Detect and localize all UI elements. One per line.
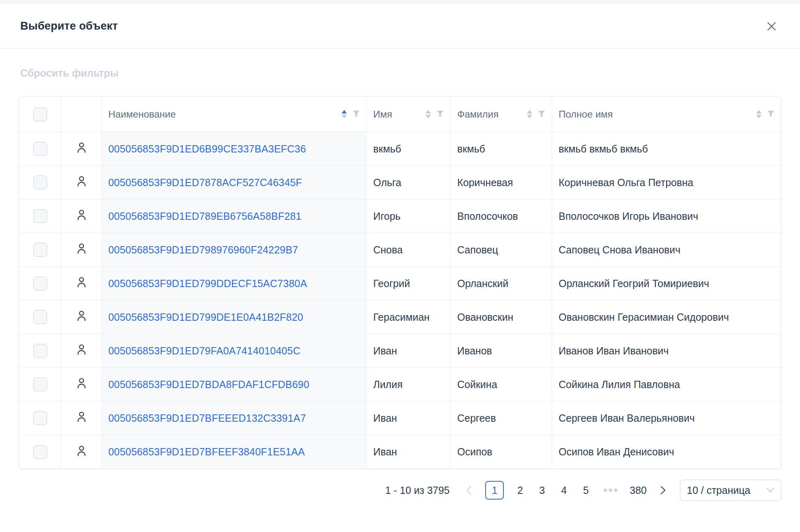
row-id-cell: 005056853F9D1ED798976960F24229B7	[102, 233, 367, 267]
page-button-last[interactable]: 380	[630, 485, 647, 496]
row-checkbox-cell	[19, 166, 61, 200]
background-divider	[144, 0, 144, 4]
person-icon	[75, 444, 88, 457]
row-checkbox[interactable]	[33, 378, 47, 391]
table-row: 005056853F9D1ED79FA0A7414010405CИванИван…	[19, 334, 781, 368]
person-icon	[75, 242, 88, 255]
row-checkbox[interactable]	[33, 310, 47, 324]
row-first-name-cell: Геогрий	[367, 267, 451, 300]
first-name-text: Иван	[373, 345, 397, 356]
table-row: 005056853F9D1ED798976960F24229B7СноваСап…	[19, 233, 781, 267]
row-id-cell: 005056853F9D1ED79FA0A7414010405C	[102, 334, 367, 368]
first-name-text: Лилия	[373, 379, 402, 390]
row-icon-cell	[61, 200, 102, 233]
background-page-strip	[0, 0, 800, 4]
object-id-link[interactable]: 005056853F9D1ED7BDA8FDAF1CFDB690	[108, 379, 310, 390]
prev-page-button[interactable]	[462, 481, 475, 500]
person-icon	[75, 208, 88, 221]
row-icon-cell	[61, 334, 102, 368]
last-name-text: Сойкина	[457, 379, 497, 390]
sort-asc-icon	[342, 110, 347, 114]
row-first-name-cell: Лилия	[367, 368, 451, 401]
row-checkbox-cell	[19, 300, 61, 334]
row-full-name-cell: Орланский Геогрий Томириевич	[552, 267, 781, 300]
person-icon	[75, 410, 88, 423]
full-name-text: Орланский Геогрий Томириевич	[559, 278, 709, 289]
object-id-link[interactable]: 005056853F9D1ED798976960F24229B7	[108, 244, 298, 255]
last-name-text: Иванов	[457, 345, 492, 356]
full-name-text: Вполосочков Игорь Иванович	[559, 210, 698, 222]
modal-header: Выберите объект	[0, 4, 800, 49]
row-checkbox[interactable]	[33, 176, 47, 189]
row-id-cell: 005056853F9D1ED799DDECF15AC7380A	[102, 267, 367, 300]
row-first-name-cell: Иван	[367, 435, 451, 469]
row-last-name-cell: Сергеев	[451, 401, 552, 435]
object-id-link[interactable]: 005056853F9D1ED7878ACF527C46345F	[108, 177, 302, 188]
row-full-name-cell: Коричневая Ольга Петровна	[552, 166, 781, 200]
row-icon-cell	[61, 233, 102, 267]
page-button-3[interactable]: 3	[536, 485, 548, 496]
close-button[interactable]	[763, 18, 780, 34]
row-first-name-cell: Иван	[367, 401, 451, 435]
header-checkbox-cell	[19, 97, 61, 132]
row-last-name-cell: вкмьб	[451, 132, 552, 166]
sort-control-last-name[interactable]	[527, 110, 532, 118]
row-checkbox[interactable]	[33, 243, 47, 257]
column-label-name: Наименование	[108, 109, 176, 120]
row-checkbox-cell	[19, 368, 61, 401]
row-last-name-cell: Саповец	[451, 233, 552, 267]
row-full-name-cell: Овановскин Герасимиан Сидорович	[552, 300, 781, 334]
object-id-link[interactable]: 005056853F9D1ED7BFEEF3840F1E51AA	[108, 446, 305, 457]
row-checkbox[interactable]	[33, 142, 47, 156]
table-row: 005056853F9D1ED7BDA8FDAF1CFDB690ЛилияСой…	[19, 368, 781, 401]
first-name-text: вкмьб	[373, 143, 401, 154]
row-last-name-cell: Овановскин	[451, 300, 552, 334]
next-page-button[interactable]	[657, 481, 669, 500]
select-all-checkbox[interactable]	[33, 107, 47, 121]
first-name-text: Снова	[373, 244, 403, 255]
object-id-link[interactable]: 005056853F9D1ED799DE1E0A41B2F820	[108, 311, 303, 323]
header-last-name: Фамилия	[451, 97, 552, 132]
table-header-row: Наименование	[19, 97, 781, 132]
reset-filters-link[interactable]: Сбросить фильтры	[20, 67, 118, 79]
object-id-link[interactable]: 005056853F9D1ED799DDECF15AC7380A	[108, 278, 307, 289]
row-first-name-cell: Игорь	[367, 200, 451, 233]
row-full-name-cell: вкмьб вкмьб вкмьб	[552, 132, 781, 166]
row-checkbox[interactable]	[33, 445, 47, 459]
page-button-2[interactable]: 2	[514, 485, 526, 496]
row-checkbox[interactable]	[33, 344, 47, 358]
sort-desc-icon	[342, 115, 347, 118]
row-checkbox[interactable]	[33, 411, 47, 425]
object-id-link[interactable]: 005056853F9D1ED7BFEEED132C3391A7	[108, 412, 306, 424]
pagination-ellipsis[interactable]	[602, 489, 619, 492]
sort-control-first-name[interactable]	[426, 110, 431, 118]
page-button-5[interactable]: 5	[580, 485, 591, 496]
row-id-cell: 005056853F9D1ED7BDA8FDAF1CFDB690	[102, 368, 367, 401]
filter-funnel-icon-last-name[interactable]	[538, 111, 545, 118]
page-button-4[interactable]: 4	[558, 485, 570, 496]
last-name-text: Саповец	[457, 244, 498, 255]
row-id-cell: 005056853F9D1ED799DE1E0A41B2F820	[102, 300, 367, 334]
filter-funnel-icon-first-name[interactable]	[437, 111, 444, 118]
row-checkbox[interactable]	[33, 209, 47, 223]
chevron-down-icon	[766, 487, 774, 493]
first-name-text: Игорь	[373, 210, 400, 222]
object-id-link[interactable]: 005056853F9D1ED6B99CE337BA3EFC36	[108, 143, 306, 154]
row-icon-cell	[61, 166, 102, 200]
object-id-link[interactable]: 005056853F9D1ED789EB6756A58BF281	[108, 210, 301, 222]
row-last-name-cell: Орланский	[451, 267, 552, 300]
row-checkbox-cell	[19, 233, 61, 267]
object-id-link[interactable]: 005056853F9D1ED79FA0A7414010405C	[108, 345, 300, 356]
sort-control-name[interactable]	[342, 110, 347, 118]
row-checkbox-cell	[19, 132, 61, 166]
person-icon	[75, 377, 88, 390]
page-button-1[interactable]: 1	[485, 481, 504, 500]
row-checkbox[interactable]	[33, 277, 47, 290]
sort-control-full-name[interactable]	[756, 110, 761, 118]
filter-funnel-icon-full-name[interactable]	[767, 111, 774, 118]
last-name-text: Орланский	[457, 278, 508, 289]
page-size-select[interactable]: 10 / страница	[680, 480, 781, 501]
last-name-text: Вполосочков	[457, 210, 518, 222]
table-row: 005056853F9D1ED789EB6756A58BF281ИгорьВпо…	[19, 200, 781, 233]
filter-funnel-icon-name[interactable]	[353, 111, 360, 118]
